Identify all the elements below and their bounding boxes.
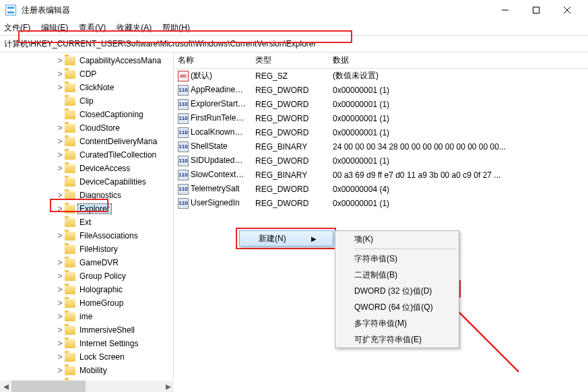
folder-icon <box>65 151 75 160</box>
tree-item-label: Explorer <box>78 204 111 214</box>
value-name: TelemetrySalt <box>191 184 240 193</box>
menu-item[interactable]: 文件(F) <box>4 22 30 34</box>
tree-item[interactable]: >Group Policy <box>0 269 173 283</box>
tree-item[interactable]: >DeviceAccess <box>0 162 173 175</box>
list-row[interactable]: 110ExplorerStartu...REG_DWORD0x00000001 … <box>174 97 588 111</box>
list-row[interactable]: 110AppReadiness...REG_DWORD0x00000001 (1… <box>174 83 588 97</box>
list-row[interactable]: ab(默认)REG_SZ(数值未设置) <box>174 69 588 83</box>
expand-icon[interactable]: > <box>55 164 65 173</box>
value-type: REG_SZ <box>251 71 329 81</box>
list-row[interactable]: 110ShellStateREG_BINARY24 00 00 00 34 28… <box>174 139 588 154</box>
tree-scrollbar-horizontal[interactable]: ◂ ▸ <box>0 381 174 392</box>
expand-icon[interactable]: > <box>55 285 65 294</box>
tree-item[interactable]: >GameDVR <box>0 256 173 269</box>
expand-icon[interactable]: > <box>55 339 65 348</box>
expand-icon[interactable]: > <box>55 56 65 65</box>
submenu-item[interactable]: QWORD (64 位)值(Q) <box>335 299 459 315</box>
menu-separator <box>354 249 456 249</box>
expand-icon[interactable]: > <box>55 69 65 79</box>
value-data: 0x00000001 (1) <box>329 100 588 109</box>
address-path: HKEY_CURRENT_USER\Software\Microsoft\Win… <box>30 39 584 48</box>
tree-item[interactable]: >CuratedTileCollection <box>0 148 173 162</box>
scroll-left-button[interactable]: ◂ <box>0 381 11 392</box>
tree-item[interactable]: FileHistory <box>0 242 173 256</box>
expand-icon[interactable]: > <box>55 83 65 92</box>
menu-item[interactable]: 收藏夹(A) <box>117 22 152 34</box>
tree-item-label: Diagnostics <box>78 191 123 200</box>
tree-item[interactable]: >CapabilityAccessMana <box>0 54 173 67</box>
tree-item[interactable]: >Mobility <box>0 364 173 377</box>
submenu-item[interactable]: 多字符串值(M) <box>335 315 459 331</box>
address-bar[interactable]: 计算机\HKEY_CURRENT_USER\Software\Microsoft… <box>0 35 588 53</box>
maximize-button[interactable] <box>521 0 552 20</box>
col-header-type[interactable]: 类型 <box>251 55 329 66</box>
expand-icon[interactable]: > <box>55 325 65 335</box>
col-header-name[interactable]: 名称 <box>174 55 251 66</box>
expand-icon[interactable]: > <box>55 231 65 240</box>
scroll-right-button[interactable]: ▸ <box>162 381 174 392</box>
tree-item[interactable]: Ext <box>0 216 173 229</box>
tree-item[interactable]: >ContentDeliveryMana <box>0 135 173 148</box>
list-row[interactable]: 110TelemetrySaltREG_DWORD0x00000004 (4) <box>174 182 588 196</box>
value-data: (数值未设置) <box>329 70 588 81</box>
expand-icon[interactable]: > <box>55 191 65 200</box>
tree-item[interactable]: DeviceCapabilities <box>0 175 173 189</box>
expand-icon[interactable]: > <box>55 271 65 281</box>
submenu-item[interactable]: 字符串值(S) <box>335 251 459 267</box>
tree-item[interactable]: >HomeGroup <box>0 296 173 310</box>
expand-icon[interactable]: > <box>55 298 65 308</box>
expand-icon[interactable]: > <box>55 352 65 362</box>
list-row[interactable]: 110UserSignedInREG_DWORD0x00000001 (1) <box>174 196 588 210</box>
tree-item-label: Mobility <box>78 366 108 375</box>
menu-item[interactable]: 帮助(H) <box>162 22 190 34</box>
close-button[interactable] <box>552 0 583 20</box>
tree-item[interactable]: Clip <box>0 94 173 108</box>
context-menu[interactable]: 新建(N) ▶ <box>239 230 333 247</box>
tree-item[interactable]: >Holographic <box>0 283 173 296</box>
tree-item[interactable]: >Explorer <box>0 202 173 216</box>
context-item-new[interactable]: 新建(N) ▶ <box>239 230 333 247</box>
tree-item[interactable]: >CloudStore <box>0 121 173 135</box>
list-row[interactable]: 110SlowContextM...REG_BINARY00 a3 69 d9 … <box>174 168 588 182</box>
scroll-thumb[interactable] <box>11 381 86 392</box>
folder-icon <box>65 70 75 79</box>
minimize-button[interactable] <box>490 0 521 20</box>
value-type: REG_BINARY <box>251 170 329 180</box>
tree-item[interactable]: >Internet Settings <box>0 337 173 350</box>
folder-icon <box>65 218 75 227</box>
tree-item[interactable]: >CDP <box>0 67 173 81</box>
submenu-item[interactable]: DWORD (32 位)值(D) <box>335 283 459 299</box>
menu-item[interactable]: 编辑(E) <box>41 22 68 34</box>
expand-icon[interactable]: > <box>55 150 65 160</box>
value-type: REG_BINARY <box>251 142 329 152</box>
tree-item-label: DeviceCapabilities <box>78 177 148 187</box>
submenu-item[interactable]: 二进制值(B) <box>335 267 459 283</box>
folder-icon <box>65 353 75 362</box>
col-header-data[interactable]: 数据 <box>329 55 588 66</box>
tree-item[interactable]: >FileAssociations <box>0 229 173 242</box>
submenu-item[interactable]: 可扩充字符串值(E) <box>335 331 459 348</box>
submenu-item[interactable]: 项(K) <box>335 231 459 247</box>
tree-item[interactable]: >ImmersiveShell <box>0 323 173 337</box>
tree-item[interactable]: >ClickNote <box>0 81 173 94</box>
expand-icon[interactable]: > <box>55 258 65 267</box>
context-submenu[interactable]: 项(K)字符串值(S)二进制值(B)DWORD (32 位)值(D)QWORD … <box>335 230 459 348</box>
tree-item[interactable]: ClosedCaptioning <box>0 108 173 121</box>
expand-icon[interactable]: > <box>55 204 65 214</box>
expand-icon[interactable]: > <box>55 366 65 375</box>
folder-icon <box>65 124 75 133</box>
expand-icon[interactable]: > <box>55 312 65 321</box>
tree-item[interactable]: >ime <box>0 310 173 323</box>
binary-value-icon: 110 <box>178 113 189 124</box>
folder-icon <box>65 366 75 375</box>
expand-icon[interactable]: > <box>55 137 65 146</box>
tree-item[interactable]: >Diagnostics <box>0 189 173 202</box>
expand-icon[interactable]: > <box>55 123 65 133</box>
list-row[interactable]: 110FirstRunTelem...REG_DWORD0x00000001 (… <box>174 111 588 125</box>
tree-item[interactable]: >Lock Screen <box>0 350 173 364</box>
menu-item[interactable]: 查看(V) <box>79 22 106 34</box>
list-row[interactable]: 110LocalKnownFol...REG_DWORD0x00000001 (… <box>174 125 588 139</box>
tree-pane[interactable]: >CapabilityAccessMana>CDP>ClickNoteClipC… <box>0 53 174 381</box>
folder-icon <box>65 272 75 281</box>
list-row[interactable]: 110SIDUpdatedO...REG_DWORD0x00000001 (1) <box>174 154 588 168</box>
